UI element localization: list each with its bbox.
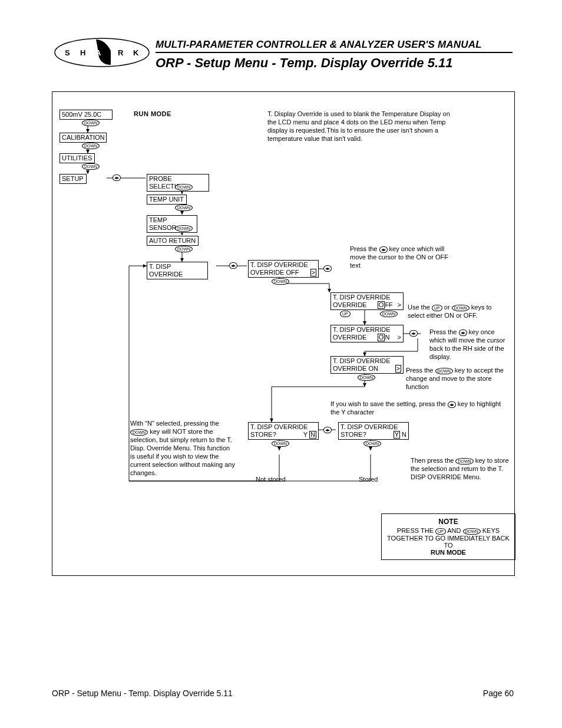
down-key-icon: DOWN [130, 429, 148, 436]
down-key-icon: DOWN [82, 143, 100, 149]
main-description: T. Display Override is used to blank the… [267, 110, 450, 143]
leftright-key-icon: ◂▸ [323, 265, 332, 272]
desc-use-updown: Use the UP or DOWN keys to select either… [408, 303, 508, 319]
down-key-icon: DOWN [463, 528, 481, 535]
desc-n-selected: With "N" selected, pressing the DOWN key… [130, 419, 235, 477]
screen-store-y: T. DISP OVERRIDE STORE? Y N [338, 422, 409, 440]
leftright-key-icon: ◂▸ [323, 427, 332, 433]
svg-text:K: K [133, 48, 139, 57]
not-stored-label: Not stored [256, 475, 286, 483]
screen-override-on: T. DISP OVERRIDE OVERRIDE ON > [330, 356, 404, 374]
cursor: > [310, 269, 316, 276]
down-key-icon: DOWN [82, 120, 100, 126]
menu-runmode-value: 500mV 25.0C [59, 110, 113, 120]
menu-setup: SETUP [59, 174, 87, 184]
up-key-icon: UP [432, 305, 442, 311]
down-key-icon: DOWN [452, 305, 470, 311]
svg-text:H: H [80, 48, 85, 57]
leftright-key-icon: ◂▸ [459, 330, 467, 336]
down-key-icon: DOWN [272, 278, 289, 285]
leftright-key-icon: ◂▸ [448, 401, 456, 408]
up-key-icon: UP [435, 528, 446, 535]
desc-press-down-accept: Press the DOWN key to accept the change … [406, 366, 512, 391]
down-key-icon: DOWN [272, 440, 289, 447]
note-title: NOTE [386, 518, 510, 526]
svg-marker-36 [363, 383, 366, 387]
desc-press-leftright-2: Press the ◂▸ key once which will move th… [429, 328, 512, 361]
screen-override-on-cursor: T. DISP OVERRIDE OVERRIDE ON > [330, 325, 404, 342]
leftright-key-icon: ◂▸ [113, 174, 121, 181]
svg-marker-16 [180, 211, 184, 215]
menu-calibration: CALIBRATION [59, 133, 107, 143]
leftright-key-icon: ◂▸ [229, 262, 237, 269]
svg-marker-42 [277, 447, 281, 450]
screen-store-n: T. DISP OVERRIDE STORE? Y N [248, 422, 319, 440]
down-key-icon: DOWN [175, 246, 193, 252]
svg-text:R: R [118, 48, 124, 57]
menu-t-disp-override: T. DISP OVERRIDE [147, 262, 208, 279]
leftright-key-icon: ◂▸ [379, 246, 388, 253]
note-box: NOTE PRESS THE UP AND DOWN KEYS TOGETHER… [381, 513, 515, 560]
down-key-icon: DOWN [82, 163, 100, 170]
down-key-icon: DOWN [175, 184, 193, 190]
note-line3: RUN MODE [386, 549, 510, 556]
footer-right: Page 60 [483, 689, 514, 698]
shark-logo: S H A R K [52, 37, 152, 71]
leftright-key-icon: ◂▸ [409, 330, 418, 337]
diagram-frame: 500mV 25.0C RUN MODE DOWN CALIBRATION DO… [52, 91, 515, 576]
screen-override-off: T. DISP OVERRIDE OVERRIDE OFF > [248, 260, 319, 278]
menu-utilities: UTILITIES [59, 153, 95, 163]
screen-override-off-cursor: T. DISP OVERRIDE OVERRIDE OFF > [330, 292, 404, 310]
stored-label: Stored [359, 475, 378, 483]
menu-auto-return: AUTO RETURN [147, 236, 199, 246]
screen-line2: OVERRIDE OFF [250, 269, 299, 276]
note-line1: PRESS THE UP AND DOWN KEYS [386, 527, 510, 535]
header-title: ORP - Setup Menu - Temp. Display Overrid… [156, 55, 453, 71]
down-key-icon: DOWN [358, 374, 375, 381]
down-key-icon: DOWN [435, 368, 453, 374]
screen-line1: T. DISP OVERRIDE [250, 261, 308, 268]
down-key-icon: DOWN [175, 205, 193, 211]
desc-press-leftright-1: Press the ◂▸ key once which will move th… [350, 245, 450, 269]
down-key-icon: DOWN [175, 225, 193, 232]
menu-temp-unit: TEMP UNIT [147, 195, 187, 205]
down-key-icon: DOWN [363, 440, 381, 447]
desc-save-highlight-y: If you wish to save the setting, press t… [330, 400, 507, 416]
svg-marker-44 [369, 447, 372, 450]
note-line2: TOGETHER TO GO IMMEDIATELY BACK TO [386, 535, 510, 549]
down-key-icon: DOWN [380, 311, 398, 317]
desc-press-down-store: Then press the DOWN key to store the sel… [411, 456, 511, 481]
header-rule [156, 52, 513, 53]
svg-text:A: A [95, 48, 101, 57]
up-key-icon: UP [340, 311, 351, 317]
footer-left: ORP - Setup Menu - Temp. Display Overrid… [52, 689, 233, 698]
svg-text:S: S [65, 48, 70, 57]
header-supertitle: MULTI-PARAMETER CONTROLLER & ANALYZER US… [156, 39, 482, 51]
run-mode-label: RUN MODE [134, 110, 171, 117]
down-key-icon: DOWN [455, 458, 473, 465]
